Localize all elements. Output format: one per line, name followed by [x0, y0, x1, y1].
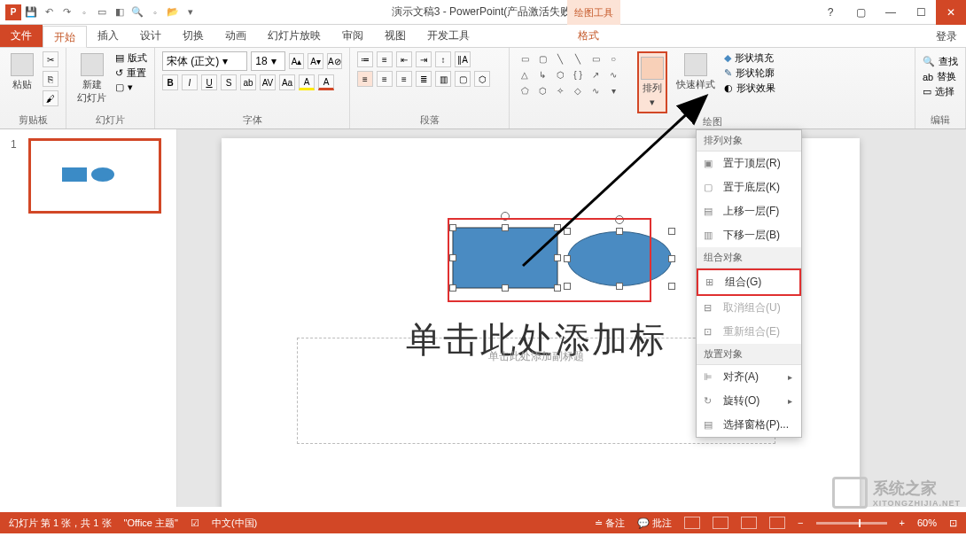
resize-handle[interactable]: [668, 283, 675, 290]
login-link[interactable]: 登录: [936, 25, 957, 48]
normal-view-button[interactable]: [684, 517, 700, 529]
resize-handle[interactable]: [554, 254, 561, 261]
menu-selection-pane[interactable]: ▤选择窗格(P)...: [697, 413, 801, 437]
menu-send-backward[interactable]: ▥下移一层(B): [697, 223, 801, 247]
line-spacing-button[interactable]: ↕: [435, 51, 451, 67]
resize-handle[interactable]: [616, 228, 623, 235]
resize-handle[interactable]: [564, 283, 571, 290]
select-button[interactable]: ▭选择: [923, 85, 958, 98]
slide-thumbnail[interactable]: [28, 138, 161, 214]
justify-button[interactable]: ≣: [416, 71, 432, 87]
zoom-in-button[interactable]: +: [900, 517, 905, 528]
layout-button[interactable]: ▤版式: [115, 51, 147, 65]
quick-styles-button[interactable]: 快速样式: [673, 51, 719, 93]
clear-format-button[interactable]: A⊘: [327, 53, 342, 69]
tab-format[interactable]: 格式: [567, 25, 610, 47]
rectangle-shape[interactable]: [453, 228, 557, 288]
replace-button[interactable]: ab替换: [923, 70, 958, 83]
shapes-gallery[interactable]: ▭▢╲╲▭○ △↳⬡{ }↗∿ ⬠⬡✧◇∿▾: [517, 51, 632, 97]
close-button[interactable]: ✕: [936, 0, 966, 25]
zoom-slider[interactable]: [816, 522, 887, 525]
highlight-button[interactable]: A: [299, 74, 315, 90]
resize-handle[interactable]: [554, 284, 561, 292]
reset-button[interactable]: ↺重置: [115, 66, 147, 80]
zoom-level[interactable]: 60%: [917, 517, 937, 528]
zoom-out-button[interactable]: −: [798, 517, 803, 528]
resize-handle[interactable]: [564, 228, 571, 235]
strike-button[interactable]: S: [221, 74, 237, 90]
notes-button[interactable]: ≐ 备注: [595, 517, 625, 530]
tab-file[interactable]: 文件: [0, 25, 43, 47]
smartart-button[interactable]: ⬡: [474, 71, 490, 87]
tab-slideshow[interactable]: 幻灯片放映: [257, 25, 331, 47]
font-family-combo[interactable]: 宋体 (正文)▾: [162, 51, 247, 71]
save-icon[interactable]: 💾: [23, 4, 39, 20]
italic-button[interactable]: I: [182, 74, 198, 90]
resize-handle[interactable]: [668, 255, 675, 262]
minimize-button[interactable]: —: [876, 0, 906, 25]
maximize-button[interactable]: ☐: [906, 0, 936, 25]
resize-handle[interactable]: [449, 254, 456, 261]
app-icon[interactable]: P: [5, 4, 21, 20]
section-button[interactable]: ▢▾: [115, 82, 147, 93]
open-icon[interactable]: 📂: [165, 4, 181, 20]
comments-button[interactable]: 💬 批注: [637, 517, 672, 530]
underline-button[interactable]: U: [201, 74, 217, 90]
print-preview-icon[interactable]: 🔍: [129, 4, 145, 20]
bold-button[interactable]: B: [162, 74, 178, 90]
redo-icon[interactable]: ↷: [58, 4, 74, 20]
indent-dec-button[interactable]: ⇤: [396, 51, 412, 67]
menu-bring-to-front[interactable]: ▣置于顶层(R): [697, 152, 801, 175]
case-button[interactable]: Aa: [279, 74, 295, 90]
cut-button[interactable]: ✂: [43, 51, 58, 67]
shrink-font-button[interactable]: A▾: [308, 53, 323, 69]
new-slide-button[interactable]: 新建 幻灯片: [74, 51, 110, 106]
align-left-button[interactable]: ≡: [357, 71, 373, 87]
slide-canvas[interactable]: 单击此处添加标 单击此处添加副标题: [177, 129, 966, 507]
qat-icon[interactable]: ◦: [147, 4, 163, 20]
shape-outline-button[interactable]: ✎形状轮廓: [724, 66, 775, 80]
resize-handle[interactable]: [449, 284, 456, 292]
paste-button[interactable]: 粘贴: [7, 51, 37, 93]
tab-design[interactable]: 设计: [129, 25, 172, 47]
find-button[interactable]: 🔍查找: [923, 55, 958, 68]
resize-handle[interactable]: [554, 224, 561, 231]
resize-handle[interactable]: [616, 283, 623, 290]
qat-icon[interactable]: ◧: [112, 4, 128, 20]
resize-handle[interactable]: [564, 255, 571, 262]
undo-icon[interactable]: ↶: [41, 4, 57, 20]
arrange-button[interactable]: 排列 ▾: [637, 51, 667, 113]
columns-button[interactable]: ▥: [435, 71, 451, 87]
copy-button[interactable]: ⎘: [43, 71, 58, 87]
resize-handle[interactable]: [668, 228, 675, 235]
numbering-button[interactable]: ≡: [377, 51, 393, 67]
menu-bring-forward[interactable]: ▤上移一层(F): [697, 199, 801, 223]
shape-effects-button[interactable]: ◐形状效果: [724, 82, 775, 95]
tab-insert[interactable]: 插入: [87, 25, 129, 47]
bullets-button[interactable]: ≔: [357, 51, 373, 67]
slideshow-view-button[interactable]: [769, 517, 785, 529]
oval-shape[interactable]: [567, 231, 672, 286]
reading-view-button[interactable]: [741, 517, 757, 529]
align-right-button[interactable]: ≡: [396, 71, 412, 87]
rotate-handle-icon[interactable]: [501, 212, 510, 221]
fit-window-button[interactable]: ⊡: [949, 517, 957, 529]
resize-handle[interactable]: [502, 224, 509, 231]
resize-handle[interactable]: [449, 224, 456, 231]
font-size-combo[interactable]: 18▾: [251, 51, 285, 71]
qat-dropdown-icon[interactable]: ▾: [183, 4, 199, 20]
tab-review[interactable]: 审阅: [331, 25, 374, 47]
resize-handle[interactable]: [502, 284, 509, 292]
menu-send-to-back[interactable]: ▢置于底层(K): [697, 175, 801, 199]
align-center-button[interactable]: ≡: [377, 71, 393, 87]
sorter-view-button[interactable]: [713, 517, 728, 529]
rectangle-selection[interactable]: [452, 227, 558, 289]
ribbon-options-button[interactable]: ▢: [845, 0, 876, 25]
help-button[interactable]: ?: [815, 0, 845, 25]
tab-animations[interactable]: 动画: [214, 25, 257, 47]
oval-selection[interactable]: [567, 231, 672, 286]
status-spell-icon[interactable]: ☑: [191, 517, 199, 529]
text-direction-button[interactable]: ‖A: [455, 51, 471, 67]
tab-view[interactable]: 视图: [374, 25, 417, 47]
menu-rotate[interactable]: ↻旋转(O)▸: [697, 389, 801, 413]
